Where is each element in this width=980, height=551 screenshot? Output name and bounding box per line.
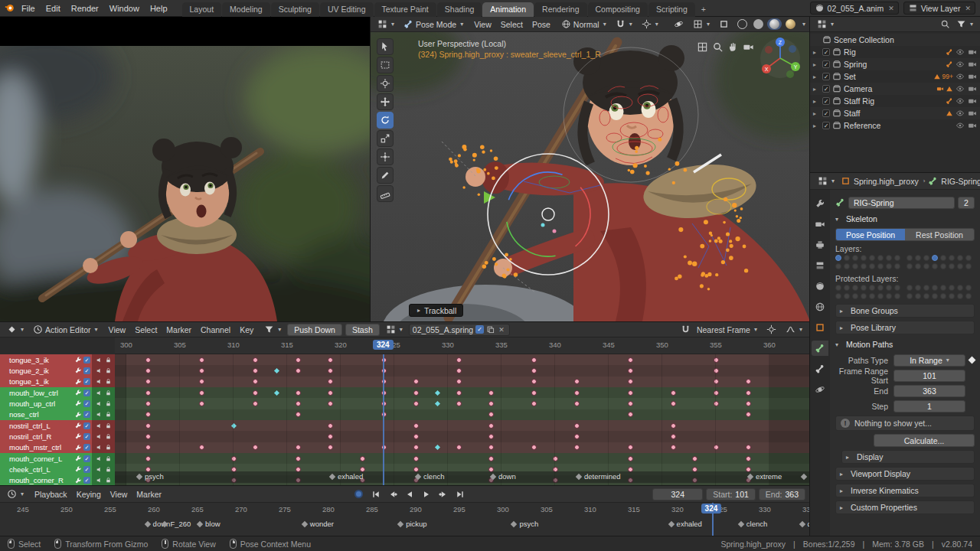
dopesheet-menu-view[interactable]: View xyxy=(104,324,131,335)
layer-dot-19[interactable] xyxy=(861,263,867,269)
camera-toggle-icon[interactable] xyxy=(968,109,977,118)
layer-dot-25[interactable] xyxy=(915,293,921,299)
channel-tongue-1-ik[interactable]: tongue_1_ik✓ xyxy=(0,377,115,387)
collection-checkbox[interactable]: ✓ xyxy=(822,109,830,117)
keyframe[interactable] xyxy=(199,390,204,396)
layer-dot-10[interactable] xyxy=(923,255,929,261)
outliner-row-scene-collection[interactable]: Scene Collection xyxy=(810,34,980,46)
channel-enable-checkbox[interactable]: ✓ xyxy=(83,433,90,440)
view-layer-unlink-icon[interactable]: ✕ xyxy=(965,5,971,12)
outliner-row-staff-rig[interactable]: ▸✓Staff Rig xyxy=(810,95,980,107)
tl-marker-exhaled[interactable]: exhaled xyxy=(669,520,702,528)
keyframe[interactable] xyxy=(714,357,719,363)
tool-annotate[interactable] xyxy=(377,167,394,184)
properties-tab-output[interactable] xyxy=(812,237,828,253)
layer-dot-9[interactable] xyxy=(915,255,921,261)
keyframe[interactable] xyxy=(253,390,258,396)
ortho-grid-icon[interactable] xyxy=(697,41,708,53)
layer-dot-25[interactable] xyxy=(915,263,921,269)
play-button[interactable] xyxy=(419,488,434,500)
keyframe[interactable] xyxy=(488,456,494,461)
workspace-tab-scripting[interactable]: Scripting xyxy=(648,2,695,17)
layer-dot-15[interactable] xyxy=(965,255,972,261)
channel-tongue-3-ik[interactable]: tongue_3_ik✓ xyxy=(0,354,115,365)
modifier-wrench-icon[interactable] xyxy=(74,367,82,374)
transform-orientation-dropdown[interactable]: Normal▾ xyxy=(558,18,609,30)
collection-checkbox[interactable]: ✓ xyxy=(822,73,830,80)
marker-b[interactable]: B xyxy=(802,472,809,481)
layer-dot-22[interactable] xyxy=(886,293,892,299)
layer-dot-2[interactable] xyxy=(852,255,858,261)
keyframe[interactable] xyxy=(531,379,537,384)
layer-dot-21[interactable] xyxy=(877,263,884,269)
keyframe[interactable] xyxy=(145,423,151,429)
modifier-wrench-icon[interactable] xyxy=(74,465,82,473)
panel-custom-properties[interactable]: ▸Custom Properties xyxy=(835,500,975,514)
marker-psych[interactable]: psych xyxy=(137,472,164,481)
keyframe[interactable] xyxy=(253,368,258,373)
menu-window[interactable]: Window xyxy=(104,2,145,15)
disclosure-triangle[interactable]: ▸ xyxy=(813,86,820,93)
keyframe[interactable] xyxy=(671,423,676,429)
disclosure-triangle[interactable]: ▸ xyxy=(813,98,820,105)
layer-dot-9[interactable] xyxy=(915,285,921,291)
dopesheet-playhead[interactable] xyxy=(383,354,384,485)
channel-enable-checkbox[interactable]: ✓ xyxy=(83,422,90,429)
tool-tweak[interactable] xyxy=(377,38,394,55)
layer-dot-24[interactable] xyxy=(906,293,913,299)
viewport-menu-pose[interactable]: Pose xyxy=(528,19,555,30)
keyframe[interactable] xyxy=(714,379,719,384)
keyframe[interactable] xyxy=(328,445,333,450)
channel-enable-checkbox[interactable]: ✓ xyxy=(83,444,90,451)
disclosure-triangle[interactable]: ▸ xyxy=(813,49,820,56)
jump-to-start-button[interactable] xyxy=(368,488,384,500)
gizmo-toggle-icon[interactable] xyxy=(671,18,687,30)
field-frame-range-start[interactable]: 101 xyxy=(893,370,965,382)
keyframe[interactable] xyxy=(456,368,462,373)
layer-dot-13[interactable] xyxy=(949,285,955,291)
eye-toggle-icon[interactable] xyxy=(956,121,965,130)
mute-icon[interactable] xyxy=(96,367,103,374)
marker-clench[interactable]: clench xyxy=(416,472,444,481)
channel-enable-checkbox[interactable]: ✓ xyxy=(83,455,90,462)
mode-dropdown[interactable]: Pose Mode▾ xyxy=(400,18,466,30)
keyframe[interactable] xyxy=(714,401,719,406)
keyframe[interactable] xyxy=(574,390,580,396)
keyframe[interactable] xyxy=(328,401,333,406)
layer-dot-6[interactable] xyxy=(886,285,892,291)
layer-dot-27[interactable] xyxy=(932,263,938,269)
disclosure-triangle[interactable]: ▸ xyxy=(813,61,820,68)
modifier-wrench-icon[interactable] xyxy=(74,389,82,396)
keyframe[interactable] xyxy=(199,445,204,450)
workspace-tab-layout[interactable]: Layout xyxy=(182,2,222,17)
keyframe[interactable] xyxy=(714,445,719,450)
menu-edit[interactable]: Edit xyxy=(41,2,66,15)
keyframe[interactable] xyxy=(574,434,580,439)
keyframe[interactable] xyxy=(671,434,676,439)
modifier-wrench-icon[interactable] xyxy=(74,378,82,386)
breakdown-keyframe[interactable] xyxy=(434,401,439,406)
stash-button[interactable]: Stash xyxy=(345,324,380,336)
channel-enable-checkbox[interactable]: ✓ xyxy=(83,466,90,473)
keyframe[interactable] xyxy=(488,445,494,450)
eye-toggle-icon[interactable] xyxy=(956,109,965,118)
viewport-3d[interactable]: ▾ Pose Mode▾ ViewSelectPose Normal▾ ▾ ▾ … xyxy=(370,17,809,321)
editor-type-button[interactable]: ▾ xyxy=(4,324,27,335)
panel-viewport-display[interactable]: ▸Viewport Display xyxy=(835,467,975,481)
tl-marker-blow[interactable]: blow xyxy=(198,520,220,528)
layer-dot-12[interactable] xyxy=(940,285,946,291)
filter-icon[interactable]: ▾ xyxy=(953,18,976,30)
push-down-button[interactable]: Push Down xyxy=(287,324,342,336)
keyframe[interactable] xyxy=(628,401,633,406)
editor-type-button[interactable]: ▾ xyxy=(815,175,838,187)
properties-tab-scene[interactable] xyxy=(812,279,828,294)
breakdown-keyframe[interactable] xyxy=(434,445,439,450)
breadcrumb-data[interactable]: RIG-Spring xyxy=(941,177,980,186)
modifier-wrench-icon[interactable] xyxy=(74,422,82,429)
paths-type-dropdown[interactable]: In Range▾ xyxy=(893,354,965,367)
keyframe[interactable] xyxy=(199,379,204,384)
camera-toggle-icon[interactable] xyxy=(968,47,977,57)
pose-position-button[interactable]: Pose Position xyxy=(836,229,905,240)
keyframe[interactable] xyxy=(488,434,494,439)
timeline-menu-view[interactable]: View xyxy=(106,489,132,500)
